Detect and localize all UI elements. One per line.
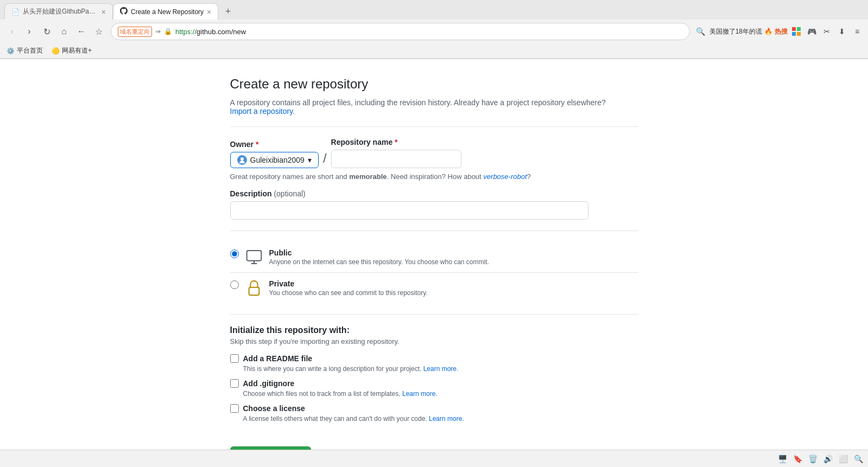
hint-text: Great repository names are short and mem… [230,172,638,181]
public-desc: Anyone on the internet can see this repo… [269,258,489,266]
page-title: Create a new repository [230,76,638,92]
bookmark-netease[interactable]: 🟡 网易有道+ [49,45,94,56]
scissors-icon[interactable]: ✂ [820,25,833,38]
license-option: Choose a license A license tells others … [230,404,638,423]
repo-name-input[interactable] [331,150,461,168]
private-icon [245,279,263,297]
bookmarks-bar: ⚙️ 平台首页 🟡 网易有道+ [0,43,868,59]
page-subtitle: A repository contains all project files,… [230,98,638,116]
private-title: Private [269,279,428,288]
tab2-close[interactable]: × [207,8,211,16]
description-section: Description (optional) [230,189,638,220]
license-checkbox[interactable] [230,404,239,413]
readme-option: Add a README file This is where you can … [230,354,638,373]
home-button[interactable]: ⌂ [56,24,72,39]
optional-text: (optional) [274,189,305,198]
taskbar-icon-2[interactable]: 🔖 [792,453,803,464]
tab-1[interactable]: 📄 从头开始建设GithubPages丨... × [4,3,113,20]
taskbar-icon-6[interactable]: 🔍 [853,453,864,464]
forward-button[interactable]: › [22,24,37,39]
readme-desc: This is where you can write a long descr… [230,365,638,373]
star-button[interactable]: ☆ [91,24,106,39]
svg-rect-7 [249,287,259,296]
taskbar-icon-3[interactable]: 🗑️ [807,453,818,464]
license-label-row: Choose a license [230,404,638,413]
public-info: Public Anyone on the internet can see th… [269,248,489,266]
public-title: Public [269,248,489,257]
init-subtitle: Skip this step if you're importing an ex… [230,337,638,346]
description-input[interactable] [230,201,588,220]
tab1-favicon: 📄 [11,8,20,16]
svg-rect-2 [792,32,796,36]
tab2-favicon [120,7,128,16]
import-link[interactable]: Import a repository. [230,107,295,116]
netease-icon: 🟡 [52,47,60,55]
news-text: 美国撤了18年的谎 [709,27,762,36]
license-title: Choose a license [243,404,305,413]
private-radio[interactable] [230,280,239,289]
tab-bar: 📄 从头开始建设GithubPages丨... × Create a New R… [0,0,868,20]
divider-1 [230,126,638,127]
init-title: Initialize this repository with: [230,325,638,335]
search-icon[interactable]: 🔍 [694,25,707,38]
platform-label: 平台首页 [17,46,43,55]
apps-icon[interactable] [790,25,803,38]
download-icon[interactable]: ⬇ [835,25,848,38]
owner-label: Owner * [230,140,319,149]
page-content: Create a new repository A repository con… [217,59,651,467]
repo-name-label: Repository name * [331,138,461,146]
prev-button[interactable]: ← [74,24,89,39]
gitignore-desc: Choose which files not to track from a l… [230,390,638,398]
repo-name-group: Repository name * [331,138,461,168]
toolbar: ‹ › ↻ ⌂ ← ☆ 域名重定向 ⇒ 🔒 https://github.com… [0,20,868,43]
tab1-close[interactable]: × [102,8,106,16]
bookmark-platform[interactable]: ⚙️ 平台首页 [4,45,45,56]
back-button[interactable]: ‹ [4,24,20,39]
owner-select-button[interactable]: Guleixibian2009 ▾ [230,152,319,168]
owner-repo-row: Owner * Guleixibian2009 ▾ / Repository n… [230,138,638,168]
private-desc: You choose who can see and commit to thi… [269,289,428,297]
owner-value: Guleixibian2009 [250,156,305,164]
page-wrapper: Create a new repository A repository con… [0,59,868,467]
visibility-option-public: Public Anyone on the internet can see th… [230,242,638,272]
taskbar: 🖥️ 🔖 🗑️ 🔊 ⬜ 🔍 [0,450,868,467]
readme-checkbox[interactable] [230,354,239,363]
readme-learn-more-link[interactable]: Learn more. [423,365,459,373]
tab-2[interactable]: Create a New Repository × [113,3,218,20]
hot-icon: 🔥 [764,28,772,35]
owner-group: Owner * Guleixibian2009 ▾ [230,140,319,168]
gitignore-label-row: Add .gitignore [230,379,638,388]
owner-avatar-icon [237,155,247,165]
tab2-title: Create a New Repository [131,8,204,16]
gitignore-option: Add .gitignore Choose which files not to… [230,379,638,398]
owner-required-star: * [256,140,258,149]
license-desc: A license tells others what they can and… [230,415,638,423]
game-icon[interactable]: 🎮 [805,25,818,38]
readme-title: Add a README file [243,354,313,363]
svg-rect-1 [797,27,801,31]
reload-button[interactable]: ↻ [39,24,54,39]
public-radio[interactable] [230,250,239,258]
divider-2 [230,231,638,231]
license-learn-more-link[interactable]: Learn more. [429,415,464,423]
taskbar-icon-4[interactable]: 🔊 [822,453,833,464]
address-domain: github.com [197,28,231,36]
svg-rect-0 [792,27,796,31]
initialize-section: Initialize this repository with: Skip th… [230,325,638,423]
private-info: Private You choose who can see and commi… [269,279,428,297]
svg-rect-3 [797,32,801,36]
new-tab-button[interactable]: + [220,4,236,19]
owner-dropdown-icon: ▾ [308,156,312,164]
description-label: Description (optional) [230,189,638,198]
netease-label: 网易有道+ [62,46,92,55]
slash-separator: / [323,151,327,166]
menu-icon[interactable]: ≡ [851,25,864,38]
gitignore-checkbox[interactable] [230,379,239,388]
suggestion-link[interactable]: verbose-robot [483,172,527,181]
address-bar[interactable]: 域名重定向 ⇒ 🔒 https://github.com/new [111,23,690,40]
gitignore-learn-more-link[interactable]: Learn more. [402,390,438,398]
public-icon [245,248,263,266]
taskbar-icon-5[interactable]: ⬜ [838,453,848,464]
taskbar-icon-1[interactable]: 🖥️ [777,453,788,464]
readme-label-row: Add a README file [230,354,638,363]
